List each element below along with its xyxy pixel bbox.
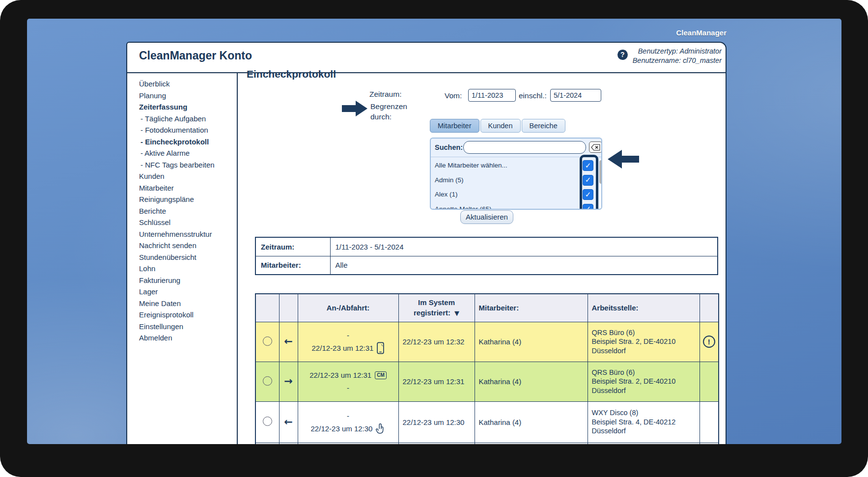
sort-descending-icon[interactable]: ▼ bbox=[454, 309, 459, 317]
annotation-arrow-left-icon bbox=[607, 148, 639, 172]
employee-cell: Katharina (4) bbox=[475, 362, 588, 401]
employee-list-item[interactable]: Annette Molter (65) bbox=[431, 202, 601, 210]
employee-checkbox[interactable]: ✓ bbox=[583, 204, 593, 210]
sidebar-item[interactable]: Berichte bbox=[139, 205, 242, 217]
check-icon: ✓ bbox=[585, 205, 591, 210]
filter-tab[interactable]: Kunden bbox=[480, 119, 521, 133]
sidebar-nav: ÜberblickPlanungZeiterfassung- Tägliche … bbox=[139, 78, 242, 344]
account-title: CleanManager Konto bbox=[139, 49, 252, 62]
zeitraum-label: Zeitraum: bbox=[369, 90, 401, 99]
row-select-radio[interactable] bbox=[263, 417, 272, 426]
app-window: CleanManager Konto ? Benutzertyp: Admini… bbox=[126, 42, 727, 444]
user-name-label: Benutzername: cl70_master bbox=[633, 56, 722, 65]
filter-tab[interactable]: Mitarbeiter bbox=[430, 119, 479, 133]
row-select-radio[interactable] bbox=[263, 376, 272, 386]
protocol-row: ←-22/12-23 um 12:3022/12-23 um 12:30Kath… bbox=[255, 401, 719, 443]
sidebar-item[interactable]: Unternehmensstruktur bbox=[139, 228, 242, 240]
sidebar-item[interactable]: Reinigungspläne bbox=[139, 194, 242, 205]
sidebar-item[interactable]: Lager bbox=[139, 286, 242, 298]
sidebar-item[interactable]: Nachricht senden bbox=[139, 240, 242, 252]
help-icon[interactable]: ? bbox=[617, 50, 628, 60]
sidebar-item[interactable]: Meine Daten bbox=[139, 298, 242, 309]
arrow-left-icon: ← bbox=[284, 336, 293, 347]
phone-icon bbox=[377, 342, 384, 354]
einschl-label: einschl.: bbox=[519, 91, 547, 100]
employee-list-item[interactable]: Admin (5) bbox=[431, 173, 601, 188]
sidebar-item[interactable]: - Aktive Alarme bbox=[139, 147, 242, 159]
workplace-column-header: Arbeitsstelle: bbox=[588, 294, 700, 322]
sidebar-item[interactable]: - Eincheckprotokoll bbox=[139, 136, 242, 148]
cm-badge-icon: CM bbox=[375, 371, 387, 379]
check-icon: ✓ bbox=[585, 176, 591, 184]
summary-row: Zeitraum: 1/11-2023 - 5/1-2024 bbox=[255, 237, 718, 256]
filter-tabs: MitarbeiterKundenBereiche bbox=[430, 119, 566, 133]
sidebar-item[interactable]: - NFC Tags bearbeiten bbox=[139, 159, 242, 171]
registered-column-header: Im System registriert:▼ bbox=[398, 294, 475, 322]
sidebar-item[interactable]: Stundenübersicht bbox=[139, 252, 242, 263]
sidebar-item[interactable]: Lohn bbox=[139, 263, 242, 275]
employee-column-header: Mitarbeiter: bbox=[475, 294, 588, 322]
sidebar-item[interactable]: Einstellungen bbox=[139, 321, 242, 333]
arrow-right-icon: → bbox=[284, 375, 293, 387]
sidebar-item[interactable]: - Fotodokumentation bbox=[139, 124, 242, 136]
arrival-departure-cell: -22/12-23 um 12:31 bbox=[298, 322, 398, 362]
date-from-input[interactable] bbox=[468, 89, 516, 102]
registered-cell: 22/12-23 um 12:32 bbox=[398, 322, 475, 362]
arrival-departure-cell: -22/12-23 um 12:30 bbox=[298, 401, 398, 443]
workplace-cell: QRS Büro (6)Beispiel Stra. 2, DE-40210Dü… bbox=[588, 322, 700, 362]
row-select-radio[interactable] bbox=[263, 337, 272, 346]
device-frame: CleanManager CleanManager Konto ? Benutz… bbox=[0, 0, 868, 477]
employee-cell: Katharina (4) bbox=[475, 401, 588, 443]
date-to-input[interactable] bbox=[550, 89, 601, 102]
sidebar-item[interactable]: Überblick bbox=[139, 78, 242, 90]
clear-search-icon[interactable] bbox=[589, 141, 602, 153]
select-column-header bbox=[255, 294, 279, 322]
arrow-left-icon: ← bbox=[284, 416, 293, 428]
filter-tab[interactable]: Bereiche bbox=[522, 119, 565, 133]
annotation-arrow-right-icon bbox=[342, 99, 368, 120]
registered-cell: 22/12-23 um 12:30 bbox=[398, 401, 475, 443]
sidebar-item[interactable]: Ereignisprotokoll bbox=[139, 309, 242, 321]
sidebar-item[interactable]: Mitarbeiter bbox=[139, 182, 242, 194]
list-scrollbar[interactable] bbox=[599, 159, 602, 209]
employee-cell: Katharina (4) bbox=[475, 322, 588, 362]
warning-column-header bbox=[700, 294, 719, 322]
workplace-cell: WXY Disco (8)Beispiel Stra. 4, DE-40212D… bbox=[588, 401, 700, 443]
app-watermark: CleanManager bbox=[676, 28, 727, 37]
user-info-box: ? Benutzertyp: Administrator Benutzernam… bbox=[617, 47, 722, 65]
sidebar-item[interactable]: Schlüssel bbox=[139, 217, 242, 228]
sidebar-item[interactable]: Abmelden bbox=[139, 332, 242, 344]
sidebar-item[interactable]: Zeiterfassung bbox=[139, 101, 242, 113]
employee-list-item[interactable]: Alle Mitarbeiter wählen... bbox=[431, 158, 601, 173]
protocol-row-clipped bbox=[255, 443, 719, 444]
update-button[interactable]: Aktualisieren bbox=[460, 210, 513, 224]
arrival-column-header: An-/Abfahrt: bbox=[298, 294, 398, 322]
employee-checkbox[interactable]: ✓ bbox=[583, 160, 593, 171]
employee-list-item[interactable]: Alex (1) bbox=[431, 187, 601, 202]
warning-icon: ! bbox=[703, 336, 715, 348]
begrenzen-label: Begrenzen durch: bbox=[370, 101, 407, 122]
protocol-row: ←-22/12-23 um 12:3122/12-23 um 12:32Kath… bbox=[255, 322, 719, 362]
summary-value: 1/11-2023 - 5/1-2024 bbox=[330, 237, 718, 256]
sidebar-item[interactable]: Fakturierung bbox=[139, 275, 242, 286]
search-input[interactable] bbox=[463, 141, 586, 154]
workplace-cell: QRS Büro (6)Beispiel Stra. 2, DE-40210Dü… bbox=[588, 362, 700, 401]
vom-label: Vom: bbox=[445, 91, 462, 100]
search-row: Suchen: bbox=[431, 139, 601, 157]
sidebar-item[interactable]: Kunden bbox=[139, 170, 242, 182]
summary-row: Mitarbeiter: Alle bbox=[255, 256, 718, 275]
desktop-background: CleanManager CleanManager Konto ? Benutz… bbox=[27, 19, 841, 444]
sidebar-item[interactable]: Planung bbox=[139, 90, 242, 102]
check-icon: ✓ bbox=[585, 162, 591, 169]
protocol-header-row: An-/Abfahrt: Im System registriert:▼ Mit… bbox=[255, 294, 719, 322]
summary-label: Zeitraum: bbox=[255, 237, 330, 256]
sidebar-item[interactable]: - Tägliche Aufgaben bbox=[139, 113, 242, 125]
employee-dropdown: Suchen: Alle Mitarbeiter wählen...Admin … bbox=[430, 138, 602, 210]
employee-checkbox[interactable]: ✓ bbox=[583, 189, 593, 200]
hand-tap-icon bbox=[376, 423, 385, 434]
employee-checkbox[interactable]: ✓ bbox=[583, 175, 593, 186]
check-icon: ✓ bbox=[585, 191, 591, 198]
summary-label: Mitarbeiter: bbox=[255, 256, 330, 275]
employee-list: Alle Mitarbeiter wählen...Admin (5)Alex … bbox=[431, 158, 601, 210]
user-type-label: Benutzertyp: Administrator bbox=[633, 47, 722, 56]
